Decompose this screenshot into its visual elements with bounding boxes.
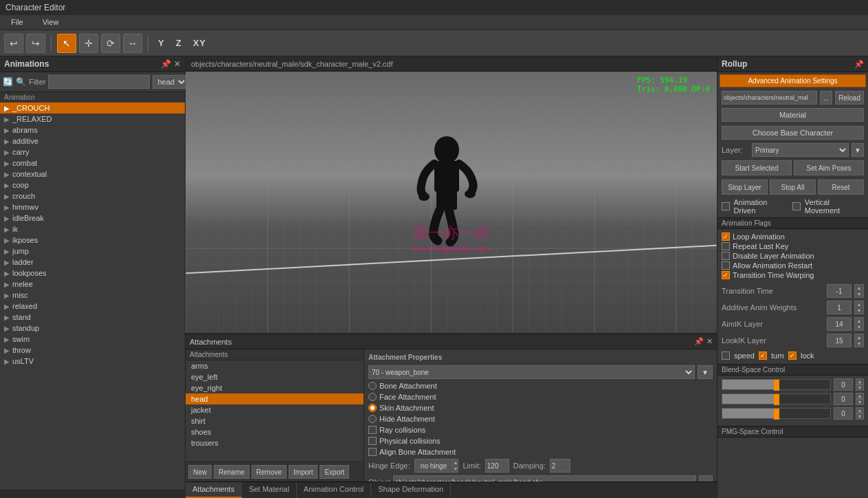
anim-item-additive[interactable]: ▶additive [0,136,185,147]
ray-col-checkbox[interactable] [368,426,377,434]
transition-time-input[interactable] [827,284,852,298]
anim-item-combat[interactable]: ▶combat [0,158,185,169]
move-button[interactable]: ✛ [79,34,98,53]
attach-item-shirt[interactable]: shirt [186,415,364,426]
additive-weights-up[interactable]: ▲ [855,301,863,307]
phys-col-checkbox[interactable] [368,437,377,445]
blend-value-2[interactable] [834,407,853,420]
additive-weights-down[interactable]: ▼ [855,307,863,314]
speed-checkbox[interactable] [722,351,730,360]
redo-button[interactable]: ↪ [26,34,45,53]
flag-checkbox-2[interactable] [722,252,730,260]
attach-item-eye_right[interactable]: eye_right [186,382,364,393]
undo-button[interactable]: ↩ [4,34,23,53]
bottom-tab-animation-control[interactable]: Animation Control [297,482,371,498]
transition-time-up[interactable]: ▲ [855,285,863,291]
anim-item-hmmwv[interactable]: ▶hmmwv [0,202,185,213]
hinge-down[interactable]: ▼ [454,466,458,472]
rollup-pin-icon[interactable]: 📌 [854,60,864,69]
bone-browse-btn[interactable]: ▼ [698,365,713,379]
attach-item-arms[interactable]: arms [186,360,364,371]
skin-attach-radio[interactable] [368,404,377,412]
anim-item-idlebreak[interactable]: ▶idleBreak [0,213,185,224]
anim-item-stand[interactable]: ▶stand [0,312,185,323]
advanced-anim-btn[interactable]: Advanced Animation Settings [720,74,866,87]
viewport-canvas[interactable]: 亚一亦一亦 www.enginedx.com FPS: 594.19 Tris:… [186,72,717,333]
rotate-button[interactable]: ⟳ [101,34,120,53]
anim-item-_relaxed[interactable]: ▶_RELAXED [0,113,185,124]
panel-pin-icon[interactable]: 📌 [161,59,171,69]
filepath-browse-btn[interactable]: ... [820,91,832,105]
anim-item-ikposes[interactable]: ▶ikposes [0,235,185,246]
bone-attach-radio[interactable] [368,382,377,390]
bone-dropdown[interactable]: 70 - weapon_bone [368,365,695,379]
refresh-icon[interactable]: 🔄 [3,77,13,87]
menu-file[interactable]: File [5,15,29,30]
set-aim-poses-btn[interactable]: Set Aim Poses [794,160,864,175]
anim-item-lookposes[interactable]: ▶lookposes [0,268,185,279]
anim-item-swim[interactable]: ▶swim [0,334,185,345]
base-char-btn[interactable]: Choose Base Character [722,126,864,140]
blend-up-1[interactable]: ▲ [856,393,864,399]
attach-item-shoes[interactable]: shoes [186,426,364,437]
align-bone-checkbox[interactable] [368,448,377,456]
flag-checkbox-4[interactable]: ✓ [722,271,730,279]
blend-slider-2[interactable] [722,408,831,419]
blend-slider-0[interactable] [722,379,831,390]
attach-item-trousers[interactable]: trousers [186,437,364,448]
blend-value-1[interactable] [834,393,853,405]
layer-arrow[interactable]: ▼ [852,143,864,157]
hinge-up[interactable]: ▲ [454,459,458,466]
anim-item-standup[interactable]: ▶standup [0,323,185,334]
damping-input[interactable] [550,459,570,473]
anim-item-ladder[interactable]: ▶ladder [0,257,185,268]
anim-item-misc[interactable]: ▶misc [0,290,185,301]
anim-item-usltv[interactable]: ▶usLTV [0,356,185,367]
stop-layer-btn[interactable]: Stop Layer [722,180,768,195]
anim-item-ik[interactable]: ▶ik [0,224,185,235]
attach-item-head[interactable]: head [186,393,364,404]
layer-select[interactable]: Primary [752,143,849,157]
anim-item-melee[interactable]: ▶melee [0,279,185,290]
anim-item-crouch[interactable]: ▶crouch [0,191,185,202]
bottom-panel-pin-icon[interactable]: 📌 [694,337,704,346]
blend-up-0[interactable]: ▲ [856,378,864,385]
bottom-scrollbar[interactable] [0,490,185,498]
anim-item-throw[interactable]: ▶throw [0,345,185,356]
filter-icon[interactable]: 🔍 [16,77,26,87]
lock-checkbox[interactable]: ✓ [788,351,797,360]
lookik-layer-input[interactable] [827,334,852,347]
scale-button[interactable]: ↔ [123,34,142,53]
attach-btn-rename[interactable]: Rename [214,465,249,479]
bottom-tab-set-material[interactable]: Set Material [242,482,297,498]
attach-btn-import[interactable]: Import [289,465,318,479]
vertical-move-checkbox[interactable] [792,202,801,210]
menu-view[interactable]: View [37,15,65,30]
anim-item-coop[interactable]: ▶coop [0,180,185,191]
lookik-up[interactable]: ▲ [855,334,863,340]
face-attach-radio[interactable] [368,393,377,401]
panel-close-icon[interactable]: ✕ [174,59,181,69]
blend-down-2[interactable]: ▼ [856,413,864,420]
attach-btn-export[interactable]: Export [320,465,349,479]
turn-checkbox[interactable]: ✓ [759,351,767,360]
lookik-down[interactable]: ▼ [855,340,863,347]
transition-time-down[interactable]: ▼ [855,291,863,297]
filter-select[interactable]: head [153,75,188,89]
bottom-tab-shape-deformation[interactable]: Shape Deformation [371,482,451,498]
anim-item-relaxed[interactable]: ▶relaxed [0,301,185,312]
material-btn[interactable]: Material [722,108,864,122]
attach-btn-remove[interactable]: Remove [252,465,287,479]
anim-item-jump[interactable]: ▶jump [0,246,185,257]
blend-value-0[interactable] [834,378,853,391]
stop-all-btn[interactable]: Stop All [770,180,816,195]
blend-slider-1[interactable] [722,393,831,404]
anim-item-_crouch[interactable]: ▶_CROUCH [0,102,185,113]
attach-btn-new[interactable]: New [188,465,212,479]
reload-btn[interactable]: Reload [835,91,864,105]
bottom-panel-close-icon[interactable]: ✕ [706,337,713,346]
reset-btn[interactable]: Reset [818,180,864,195]
object-path-input[interactable] [393,475,696,481]
hide-attach-radio[interactable] [368,415,377,423]
filter-input[interactable] [48,75,150,89]
